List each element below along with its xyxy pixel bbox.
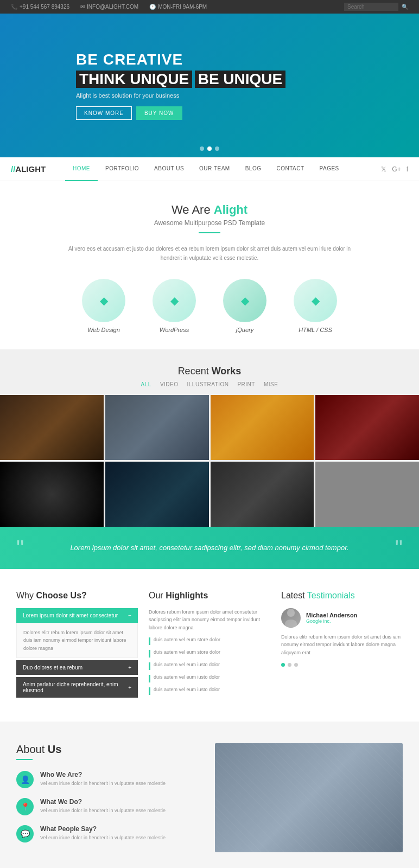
work-item-3[interactable] — [211, 395, 314, 460]
about-item-people: 💬 What People Say? Vel eum iriure dolor … — [16, 825, 204, 843]
work-item-1[interactable] — [0, 395, 104, 460]
skill-jquery: ◆ jQuery — [210, 279, 280, 333]
highlight-item-1: duis autem vel eum store dolor — [149, 637, 270, 645]
filter-illustration[interactable]: ILLUSTRATION — [187, 381, 229, 387]
testimonial-author: Michael Anderson Google inc. — [281, 608, 403, 628]
work-item-2[interactable] — [105, 395, 209, 460]
highlight-bar-2 — [149, 650, 150, 658]
phone-info: 📞 +91 544 567 894326 — [11, 4, 69, 10]
accordion-minus-icon: − — [128, 612, 131, 618]
search-icon[interactable]: 🔍 — [402, 4, 408, 10]
hero-dot-3[interactable] — [215, 146, 219, 151]
top-bar: 📞 +91 544 567 894326 ✉ INFO@ALIGHT.COM 🕐… — [0, 0, 419, 14]
hero-line1: BE CREATIVE — [76, 51, 285, 68]
why-choose-title: Why Choose Us? — [16, 591, 138, 601]
clock-icon: 🕐 — [149, 4, 156, 10]
email-icon: ✉ — [80, 4, 85, 10]
three-col-section: Why Choose Us? Lorem ipsum dolor sit ame… — [0, 569, 419, 722]
twitter-icon[interactable]: 𝕏 — [381, 165, 386, 173]
skill-wordpress-icon: ◆ — [153, 279, 196, 322]
hero-dots — [200, 146, 219, 151]
works-grid — [0, 395, 419, 527]
hero-line3: BE UNIQUE — [195, 71, 286, 88]
nav-home[interactable]: HOME — [65, 157, 98, 181]
nav-contact[interactable]: CONTACT — [269, 157, 312, 181]
testimonial-dot-1[interactable] — [281, 663, 285, 667]
hero-line2: THINK UNIQUE — [76, 71, 192, 88]
nav-about[interactable]: ABOUT US — [147, 157, 192, 181]
hero-dot-2[interactable] — [207, 146, 212, 151]
hero-dot-1[interactable] — [200, 146, 204, 151]
accordion-label-1: Lorem ipsum dolor sit amet consectetur — [23, 612, 118, 618]
nav-pages[interactable]: PAGES — [312, 157, 347, 181]
title-underline — [199, 232, 220, 233]
work-item-8[interactable] — [315, 462, 419, 527]
quote-text: Lorem ipsum dolor sit amet, consetetur s… — [43, 542, 376, 554]
about-people-desc: Vel eum iriure dolor in hendrerit in vul… — [40, 834, 166, 842]
skill-wordpress: ◆ WordPress — [139, 279, 210, 333]
accordion-body-1: Dolores elitr rebum lorem ipsum dolor si… — [16, 623, 138, 658]
about-what-title: What We Do? — [40, 798, 166, 806]
hours-info: 🕐 MON-FRI 9AM-6PM — [149, 4, 207, 10]
testimonial-text: Dolores elitr rebum lorem ipsum dolor si… — [281, 633, 403, 656]
quote-right-icon: " — [395, 536, 403, 560]
intro-subtitle: Awesome Multipurpose PSD Template — [11, 219, 408, 227]
filter-mise[interactable]: MISE — [264, 381, 278, 387]
about-who-title: Who We Are? — [40, 771, 166, 778]
accordion-header-1[interactable]: Lorem ipsum dolor sit amet consectetur − — [16, 608, 138, 623]
email-info: ✉ INFO@ALIGHT.COM — [80, 4, 138, 10]
testimonial-dot-2[interactable] — [288, 663, 291, 667]
works-title: Recent Works — [0, 366, 419, 377]
quote-section: " Lorem ipsum dolor sit amet, consetetur… — [0, 527, 419, 569]
nav-blog[interactable]: BLOG — [238, 157, 269, 181]
skill-webdesign-icon: ◆ — [82, 279, 125, 322]
accordion-item-1: Lorem ipsum dolor sit amet consectetur −… — [16, 608, 138, 658]
nav-portfolio[interactable]: PORTFOLIO — [98, 157, 147, 181]
main-nav: //ALIGHT HOME PORTFOLIO ABOUT US OUR TEA… — [0, 157, 419, 181]
filter-print[interactable]: PRINT — [237, 381, 255, 387]
accordion-header-2[interactable]: Duo dolores et ea rebum + — [16, 660, 138, 675]
skill-html-icon: ◆ — [294, 279, 337, 322]
about-item-what: 📍 What We Do? Vel eum iriure dolor in he… — [16, 798, 204, 815]
about-us-section: About Us 👤 Who We Are? Vel eum iriure do… — [0, 722, 419, 868]
nav-team[interactable]: OUR TEAM — [192, 157, 238, 181]
quote-left-icon: " — [16, 536, 24, 560]
highlight-item-2: duis autem vel eum store dolor — [149, 649, 270, 658]
skill-webdesign: ◆ Web Design — [68, 279, 139, 333]
accordion-plus-icon: + — [128, 665, 131, 671]
nav-logo[interactable]: //ALIGHT — [11, 164, 49, 174]
filter-all[interactable]: ALL — [141, 381, 151, 387]
work-item-5[interactable] — [0, 462, 104, 527]
know-more-button[interactable]: KNOW MORE — [76, 106, 132, 120]
filter-video[interactable]: VIDEO — [160, 381, 179, 387]
work-item-4[interactable] — [315, 395, 419, 460]
highlight-bar-4 — [149, 675, 150, 682]
testimonial-avatar — [281, 608, 301, 628]
highlights-col: Our Highlights Dolores rebum lorem ipsum… — [149, 591, 270, 700]
googleplus-icon[interactable]: G+ — [392, 165, 401, 173]
highlight-bar-1 — [149, 637, 150, 645]
highlight-bar-3 — [149, 662, 150, 670]
hero-content: BE CREATIVE THINK UNIQUE BE UNIQUE Aligh… — [0, 51, 285, 120]
accordion-plus-icon-2: + — [128, 685, 131, 691]
about-item-who: 👤 Who We Are? Vel eum iriure dolor in he… — [16, 771, 204, 788]
accordion-item-3: Anim parlatur diche reprehenderit, enim … — [16, 677, 138, 698]
buy-now-button[interactable]: BUY NOW — [136, 106, 182, 120]
work-item-6[interactable] — [105, 462, 209, 527]
facebook-icon[interactable]: f — [407, 165, 408, 173]
search-input[interactable] — [344, 3, 398, 11]
skill-html-label: HTML / CSS — [299, 327, 332, 333]
about-people-icon: 💬 — [16, 825, 34, 843]
skills-row: ◆ Web Design ◆ WordPress ◆ jQuery ◆ HTML… — [47, 279, 372, 333]
testimonial-dot-3[interactable] — [294, 663, 298, 667]
accordion-item-2: Duo dolores et ea rebum + — [16, 660, 138, 675]
accordion-header-3[interactable]: Anim parlatur diche reprehenderit, enim … — [16, 677, 138, 698]
highlight-bar-5 — [149, 687, 150, 695]
testimonials-title: Latest Testimonials — [281, 591, 403, 601]
nav-links: HOME PORTFOLIO ABOUT US OUR TEAM BLOG CO… — [65, 157, 381, 181]
about-who-icon: 👤 — [16, 771, 34, 788]
about-what-desc: Vel eum iriure dolor in hendrerit in vul… — [40, 807, 166, 815]
about-us-left: About Us 👤 Who We Are? Vel eum iriure do… — [16, 743, 204, 852]
why-choose-col: Why Choose Us? Lorem ipsum dolor sit ame… — [16, 591, 138, 700]
work-item-7[interactable] — [211, 462, 314, 527]
